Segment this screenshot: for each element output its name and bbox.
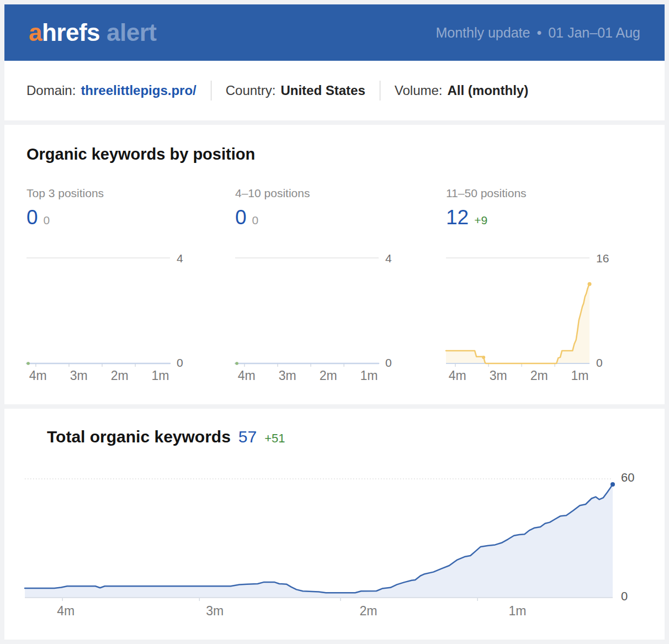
x-tick-label: 3m bbox=[70, 368, 88, 383]
x-tick-label: 4m bbox=[57, 604, 75, 619]
total-keywords-value: 57 bbox=[238, 427, 257, 446]
y-axis-min-label: 0 bbox=[621, 590, 628, 603]
filter-divider bbox=[211, 81, 211, 101]
country-label: Country: bbox=[226, 83, 276, 98]
mini-chart-top3: 4 0 4m 3m 2m 1m bbox=[26, 257, 203, 384]
mini-chart-4-10: 4 0 4m 3m 2m 1m bbox=[235, 257, 412, 384]
stat-value: 12 bbox=[446, 205, 469, 230]
total-keywords-heading: Total organic keywords 57 +51 bbox=[4, 427, 665, 447]
x-tick-label: 1m bbox=[508, 604, 526, 619]
update-frequency-label: Monthly update bbox=[436, 25, 530, 41]
domain-label: Domain: bbox=[26, 83, 76, 98]
column-label: 4–10 positions bbox=[235, 187, 412, 200]
chart-plot: 60 0 bbox=[25, 478, 613, 598]
volume-value: All (monthly) bbox=[448, 83, 529, 98]
mini-chart-11-50: 16 0 4m 3m 2m 1m bbox=[446, 257, 623, 384]
report-filters-bar: Domain: threelittlepigs.pro/ Country: Un… bbox=[4, 61, 665, 120]
x-axis-labels: 4m 3m 2m 1m bbox=[25, 603, 665, 622]
y-axis-min-label: 0 bbox=[177, 357, 183, 368]
x-tick-label: 3m bbox=[490, 368, 507, 383]
total-keywords-title: Total organic keywords bbox=[47, 427, 231, 446]
position-columns: Top 3 positions 0 0 4 0 4m 3m 2m 1m bbox=[26, 187, 643, 384]
stat-value: 0 bbox=[26, 205, 38, 230]
positions-card: Organic keywords by position Top 3 posit… bbox=[4, 125, 665, 404]
y-axis-min-label: 0 bbox=[385, 357, 392, 368]
chart-plot: 4 0 bbox=[235, 257, 379, 364]
logo-alert-text: alert bbox=[107, 19, 156, 46]
alert-header: ahrefs alert Monthly update • 01 Jan–01 … bbox=[4, 4, 665, 61]
bullet-separator: • bbox=[537, 25, 541, 41]
column-label: Top 3 positions bbox=[26, 187, 203, 200]
y-axis-max-label: 60 bbox=[621, 472, 634, 484]
x-tick-label: 1m bbox=[152, 368, 169, 383]
y-axis-max-label: 4 bbox=[177, 252, 183, 264]
x-tick-label: 1m bbox=[571, 368, 589, 383]
email-body: ahrefs alert Monthly update • 01 Jan–01 … bbox=[0, 0, 669, 640]
x-tick-label: 2m bbox=[320, 368, 337, 383]
x-tick-label: 2m bbox=[530, 368, 548, 383]
x-tick-label: 4m bbox=[449, 368, 466, 383]
y-axis-max-label: 4 bbox=[385, 252, 392, 264]
logo-ahrefs-text: hrefs bbox=[42, 19, 100, 46]
x-tick-label: 4m bbox=[29, 368, 47, 383]
y-axis-max-label: 16 bbox=[596, 252, 609, 264]
ahrefs-alert-logo: ahrefs alert bbox=[29, 19, 157, 46]
x-axis-labels: 4m 3m 2m 1m bbox=[235, 367, 412, 384]
x-axis-labels: 4m 3m 2m 1m bbox=[446, 367, 623, 384]
x-tick-label: 1m bbox=[360, 368, 378, 383]
update-period: Monthly update • 01 Jan–01 Aug bbox=[436, 25, 640, 41]
x-tick-label: 4m bbox=[238, 368, 256, 383]
stat-value: 0 bbox=[235, 205, 247, 230]
stat-row: 12 +9 bbox=[446, 205, 623, 230]
x-tick-label: 3m bbox=[279, 368, 296, 383]
stat-delta: 0 bbox=[44, 214, 50, 227]
x-tick-label: 3m bbox=[206, 604, 224, 619]
column-11-50-positions: 11–50 positions 12 +9 16 0 4m 3m 2m 1m bbox=[446, 187, 623, 384]
date-range: 01 Jan–01 Aug bbox=[548, 25, 640, 41]
country-value: United States bbox=[280, 83, 365, 98]
chart-plot: 4 0 bbox=[26, 257, 170, 364]
logo-letter-a: a bbox=[29, 19, 42, 46]
x-tick-label: 2m bbox=[359, 604, 377, 619]
total-keywords-chart: 60 0 4m 3m 2m 1m bbox=[25, 478, 665, 622]
stat-delta: 0 bbox=[252, 214, 259, 227]
total-keywords-delta: +51 bbox=[264, 431, 285, 446]
stat-row: 0 0 bbox=[26, 205, 203, 230]
positions-card-title: Organic keywords by position bbox=[26, 145, 643, 163]
column-top3-positions: Top 3 positions 0 0 4 0 4m 3m 2m 1m bbox=[26, 187, 203, 384]
x-tick-label: 2m bbox=[111, 368, 129, 383]
stat-row: 0 0 bbox=[235, 205, 412, 230]
filter-divider bbox=[380, 81, 380, 101]
column-label: 11–50 positions bbox=[446, 187, 623, 200]
y-axis-min-label: 0 bbox=[596, 357, 603, 368]
chart-plot: 16 0 bbox=[446, 257, 590, 364]
volume-label: Volume: bbox=[395, 83, 443, 98]
total-keywords-card: Total organic keywords 57 +51 60 0 4m 3m… bbox=[4, 409, 665, 640]
x-axis-labels: 4m 3m 2m 1m bbox=[26, 367, 203, 384]
stat-delta: +9 bbox=[474, 214, 487, 227]
domain-link[interactable]: threelittlepigs.pro/ bbox=[81, 83, 196, 98]
column-4-10-positions: 4–10 positions 0 0 4 0 4m 3m 2m 1m bbox=[235, 187, 412, 384]
